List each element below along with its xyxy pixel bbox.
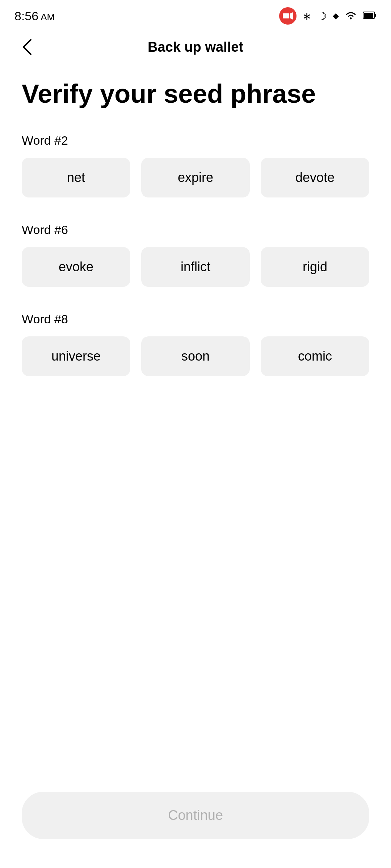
svg-rect-0: [283, 13, 289, 18]
back-button[interactable]: [14, 34, 40, 60]
word-options-2: net expire devote: [22, 158, 369, 197]
word-section-8: Word #8 universe soon comic: [22, 312, 369, 376]
word-section-2: Word #2 net expire devote: [22, 133, 369, 197]
word-label-2: Word #2: [22, 133, 369, 148]
main-content: Verify your seed phrase Word #2 net expi…: [0, 65, 391, 376]
status-icons: ∗ ☽ ◆: [279, 7, 377, 25]
page-title: Verify your seed phrase: [22, 80, 369, 108]
wifi-icon: [345, 10, 357, 22]
recording-icon: [279, 7, 297, 25]
bluetooth-icon: ∗: [302, 10, 311, 22]
word-option-comic[interactable]: comic: [261, 336, 369, 376]
word-label-6: Word #6: [22, 223, 369, 237]
moon-icon: ☽: [317, 10, 327, 22]
battery-icon: [363, 10, 377, 22]
word-options-6: evoke inflict rigid: [22, 247, 369, 287]
word-option-net[interactable]: net: [22, 158, 130, 197]
status-time: 8:56: [14, 9, 38, 23]
word-option-rigid[interactable]: rigid: [261, 247, 369, 287]
word-options-8: universe soon comic: [22, 336, 369, 376]
word-option-universe[interactable]: universe: [22, 336, 130, 376]
word-option-devote[interactable]: devote: [261, 158, 369, 197]
word-option-evoke[interactable]: evoke: [22, 247, 130, 287]
word-option-expire[interactable]: expire: [141, 158, 250, 197]
word-option-soon[interactable]: soon: [141, 336, 250, 376]
word-label-8: Word #8: [22, 312, 369, 326]
word-section-6: Word #6 evoke inflict rigid: [22, 223, 369, 287]
continue-button[interactable]: Continue: [22, 792, 369, 839]
svg-rect-5: [364, 13, 373, 18]
status-bar: 8:56 AM ∗ ☽ ◆: [0, 0, 391, 29]
signal-icon: ◆: [333, 11, 339, 21]
header-title: Back up wallet: [148, 39, 243, 55]
header: Back up wallet: [0, 29, 391, 65]
svg-rect-4: [375, 14, 376, 17]
svg-marker-1: [290, 12, 293, 20]
svg-point-2: [350, 17, 352, 19]
status-ampm: AM: [41, 12, 55, 23]
word-option-inflict[interactable]: inflict: [141, 247, 250, 287]
